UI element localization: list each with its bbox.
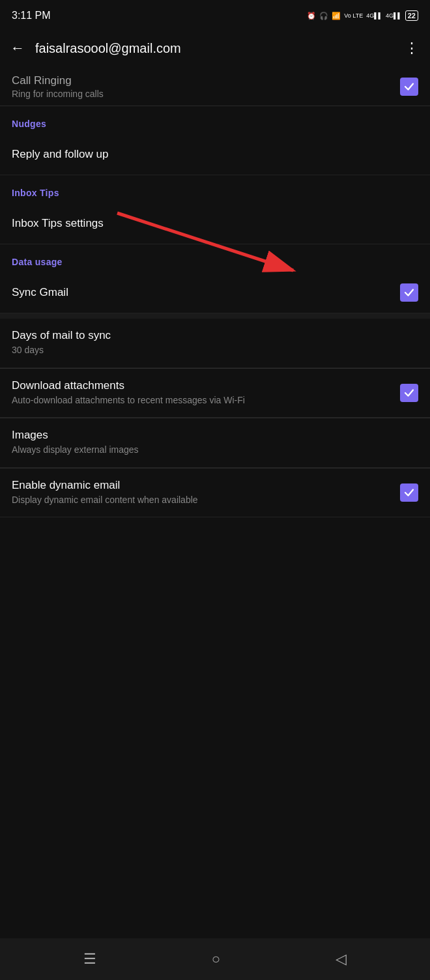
call-ringing-subtitle: Ring for incoming calls [12,89,400,99]
nav-bar: ☰ ○ ◁ [0,938,430,980]
enable-dynamic-email-checkbox[interactable] [400,483,418,502]
headphone-icon: 🎧 [319,12,328,20]
more-options-button[interactable]: ⋮ [405,40,420,57]
nav-back-button[interactable]: ◁ [336,951,347,968]
call-ringing-title: Call Ringing [12,74,400,87]
call-ringing-item[interactable]: Call Ringing Ring for incoming calls [0,68,430,106]
download-attachments-subtitle: Auto-download attachments to recent mess… [12,394,392,407]
nav-home-button[interactable]: ○ [212,951,220,968]
sync-gmail-item[interactable]: Sync Gmail [0,272,430,313]
call-ringing-checkbox[interactable] [400,78,418,96]
sync-gmail-checkbox[interactable] [400,283,418,302]
enable-dynamic-email-item[interactable]: Enable dynamic email Display dynamic ema… [0,468,430,518]
download-attachments-title: Download attachments [12,379,392,392]
inbox-tips-settings-item[interactable]: Inbox Tips settings [0,203,430,244]
vo-lte-label: Vo LTE [344,12,363,19]
sync-gmail-title: Sync Gmail [12,286,392,299]
enable-dynamic-email-subtitle: Display dynamic email content when avail… [12,494,392,507]
status-time: 3:11 PM [12,10,51,22]
download-attachments-checkbox[interactable] [400,384,418,402]
images-item[interactable]: Images Always display external images [0,418,430,468]
status-icons: ⏰ 🎧 📶 Vo LTE 4G▌▌ 4G▌▌ 22 [307,10,418,21]
wifi-icon: 📶 [332,12,341,20]
download-attachments-item[interactable]: Download attachments Auto-download attac… [0,369,430,418]
days-mail-sync-value: 30 days [12,344,410,357]
inbox-tips-settings-title: Inbox Tips settings [12,217,410,230]
signal-4g-2-icon: 4G▌▌ [386,12,402,19]
images-title: Images [12,429,410,442]
inbox-tips-label: Inbox Tips [12,188,59,198]
nudges-section-header: Nudges [0,106,430,134]
days-mail-sync-item[interactable]: Days of mail to sync 30 days [0,319,430,368]
settings-list: Call Ringing Ring for incoming calls Nud… [0,68,430,517]
reply-follow-up-title: Reply and follow up [12,148,410,161]
battery-indicator: 22 [405,10,418,21]
back-button[interactable]: ← [10,40,25,57]
images-subtitle: Always display external images [12,444,410,457]
account-title: faisalrasoool@gmail.com [35,41,405,56]
enable-dynamic-email-title: Enable dynamic email [12,479,392,492]
data-usage-label: Data usage [12,257,63,267]
reply-follow-up-item[interactable]: Reply and follow up [0,134,430,175]
signal-4g-icon: 4G▌▌ [366,12,382,19]
data-usage-section-header: Data usage [0,244,430,272]
nav-menu-button[interactable]: ☰ [83,951,96,968]
alarm-icon: ⏰ [307,12,316,20]
days-mail-sync-title: Days of mail to sync [12,329,410,342]
nudges-label: Nudges [12,119,46,129]
header: ← faisalrasoool@gmail.com ⋮ [0,29,430,68]
status-bar: 3:11 PM ⏰ 🎧 📶 Vo LTE 4G▌▌ 4G▌▌ 22 [0,0,430,29]
section-divider [0,313,430,319]
inbox-tips-section-header: Inbox Tips [0,175,430,203]
